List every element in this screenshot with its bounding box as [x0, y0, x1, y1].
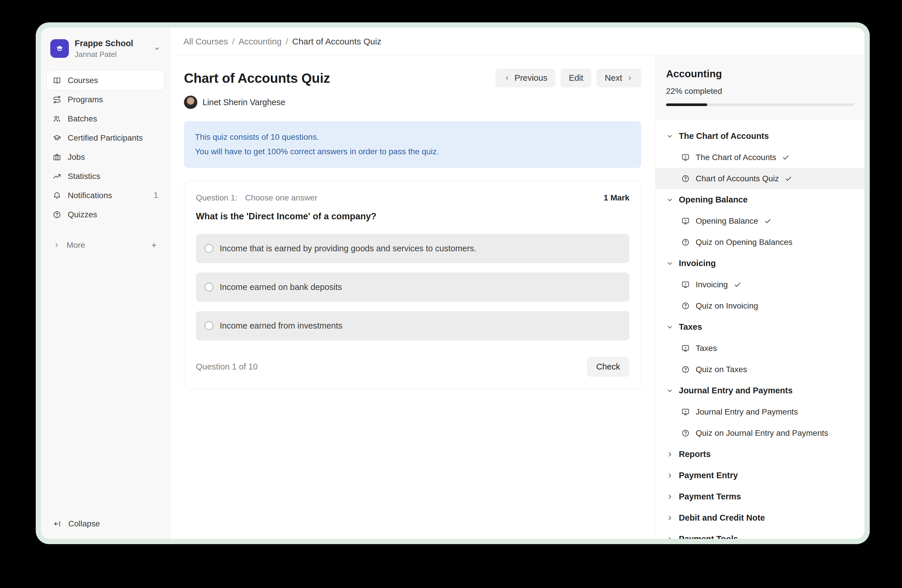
chevron-down-icon — [153, 45, 160, 52]
left-sidebar: Frappe School Jannat Patel Courses Progr… — [41, 28, 170, 539]
question-number-label: Question 1: — [196, 193, 237, 202]
chevron-down-icon — [666, 387, 673, 394]
sidebar-item-statistics[interactable]: Statistics — [47, 167, 164, 186]
answer-option[interactable]: Income that is earned by providing goods… — [196, 234, 630, 263]
author-name: Linet Sherin Varghese — [202, 98, 285, 107]
frappe-school-logo — [50, 39, 69, 58]
main-content: Chart of Accounts Quiz Previous Edit Nex… — [170, 56, 655, 539]
course-title: Accounting — [666, 68, 854, 80]
section-payment-entry[interactable]: Payment Entry — [656, 465, 864, 486]
sidebar-item-quizzes[interactable]: Quizzes — [47, 205, 164, 224]
sidebar-more[interactable]: More — [47, 236, 164, 254]
collapse-label: Collapse — [68, 519, 100, 529]
lesson-item-opening-balance[interactable]: Opening Balance — [656, 210, 864, 231]
plus-icon[interactable] — [150, 242, 158, 249]
lesson-item-taxes[interactable]: Taxes — [656, 338, 864, 359]
lesson-item-journal-entry-and-payments[interactable]: Journal Entry and Payments — [656, 401, 864, 422]
video-lesson-icon — [681, 408, 690, 416]
lesson-item-quiz-on-opening-balances[interactable]: Quiz on Opening Balances — [656, 231, 864, 253]
course-progress-bar — [666, 103, 854, 106]
help-circle-icon — [53, 210, 61, 219]
lesson-item-chart-of-accounts-quiz[interactable]: Chart of Accounts Quiz — [656, 168, 864, 189]
quiz-card: Question 1: Choose one answer 1 Mark Wha… — [184, 181, 641, 389]
answer-options: Income that is earned by providing goods… — [196, 234, 630, 341]
previous-button[interactable]: Previous — [495, 69, 556, 88]
collapse-sidebar-button[interactable]: Collapse — [47, 516, 164, 531]
course-progress-text: 22% completed — [666, 87, 854, 96]
completed-check-icon — [782, 154, 789, 161]
video-lesson-icon — [681, 344, 690, 353]
lesson-item-quiz-on-journal-entry-and-payments[interactable]: Quiz on Journal Entry and Payments — [656, 422, 864, 444]
radio-icon — [205, 321, 213, 330]
breadcrumb-current: Chart of Accounts Quiz — [292, 37, 382, 47]
quiz-icon — [681, 365, 690, 374]
edit-button[interactable]: Edit — [561, 69, 591, 88]
chevron-right-icon — [53, 242, 60, 249]
course-progress-fill — [666, 103, 707, 106]
sidebar-item-notifications[interactable]: Notifications 1 — [47, 186, 164, 205]
chevron-right-icon — [666, 535, 673, 539]
quiz-icon — [681, 302, 690, 310]
quiz-icon — [681, 429, 690, 438]
brand-subtitle: Jannat Patel — [75, 50, 133, 59]
route-icon — [53, 95, 61, 104]
answer-option[interactable]: Income earned on bank deposits — [196, 272, 630, 302]
section-reports[interactable]: Reports — [656, 444, 864, 465]
radio-icon — [205, 244, 213, 253]
next-button[interactable]: Next — [597, 69, 641, 88]
lesson-item-quiz-on-taxes[interactable]: Quiz on Taxes — [656, 359, 864, 380]
chevron-right-icon — [626, 75, 633, 81]
author-avatar — [184, 95, 197, 109]
chevron-down-icon — [666, 196, 673, 204]
quiz-info-line1: This quiz consists of 10 questions. — [195, 130, 630, 144]
radio-icon — [205, 283, 213, 291]
author-row: Linet Sherin Varghese — [184, 95, 641, 109]
graduation-cap-icon — [53, 134, 61, 142]
quiz-info-line2: You will have to get 100% correct answer… — [195, 144, 630, 159]
lesson-item-invoicing[interactable]: Invoicing — [656, 274, 864, 295]
section-debit-and-credit-note[interactable]: Debit and Credit Note — [656, 507, 864, 529]
check-button[interactable]: Check — [587, 357, 630, 377]
app-window: Frappe School Jannat Patel Courses Progr… — [36, 22, 870, 544]
workspace-switcher[interactable]: Frappe School Jannat Patel — [47, 36, 164, 61]
lesson-item-quiz-on-invoicing[interactable]: Quiz on Invoicing — [656, 295, 864, 316]
chevron-down-icon — [666, 133, 673, 140]
collapse-left-icon — [53, 519, 62, 528]
section-taxes[interactable]: Taxes — [656, 316, 864, 338]
users-icon — [53, 114, 61, 123]
book-open-icon — [53, 76, 61, 85]
sidebar-item-courses[interactable]: Courses — [47, 71, 164, 90]
quiz-icon — [681, 238, 690, 247]
chevron-right-icon — [666, 450, 673, 458]
chevron-down-icon — [666, 323, 673, 331]
sidebar-item-certified-participants[interactable]: Certified Participants — [47, 128, 164, 148]
section-the-chart-of-accounts[interactable]: The Chart of Accounts — [656, 125, 864, 147]
breadcrumb-link[interactable]: All Courses — [183, 37, 228, 46]
breadcrumb-link[interactable]: Accounting — [239, 37, 282, 46]
section-payment-tools[interactable]: Payment Tools — [656, 529, 864, 539]
briefcase-icon — [53, 153, 61, 161]
bell-icon — [53, 191, 61, 200]
section-journal-entry-and-payments[interactable]: Journal Entry and Payments — [656, 380, 864, 401]
frappe-school-app: Frappe School Jannat Patel Courses Progr… — [41, 28, 864, 539]
sidebar-item-jobs[interactable]: Jobs — [47, 148, 164, 167]
chevron-right-icon — [666, 514, 673, 522]
page-title: Chart of Accounts Quiz — [184, 70, 330, 86]
lesson-item-the-chart-of-accounts[interactable]: The Chart of Accounts — [656, 147, 864, 168]
chevron-left-icon — [504, 75, 511, 81]
breadcrumb-separator: / — [232, 37, 234, 46]
answer-option[interactable]: Income earned from investments — [196, 311, 630, 341]
course-outline-panel: Accounting 22% completed The Chart of Ac… — [655, 56, 864, 539]
quiz-toolbar: Previous Edit Next — [495, 69, 641, 88]
sidebar-item-programs[interactable]: Programs — [47, 90, 164, 109]
quiz-icon — [681, 174, 690, 183]
course-outline-tree: The Chart of Accounts The Chart of Accou… — [656, 119, 864, 539]
section-payment-terms[interactable]: Payment Terms — [656, 486, 864, 507]
completed-check-icon — [785, 175, 792, 183]
trending-up-icon — [53, 172, 61, 181]
sidebar-item-batches[interactable]: Batches — [47, 109, 164, 128]
chevron-right-icon — [666, 472, 673, 479]
section-opening-balance[interactable]: Opening Balance — [656, 189, 864, 210]
quiz-info-banner: This quiz consists of 10 questions. You … — [184, 121, 641, 168]
section-invoicing[interactable]: Invoicing — [656, 253, 864, 274]
